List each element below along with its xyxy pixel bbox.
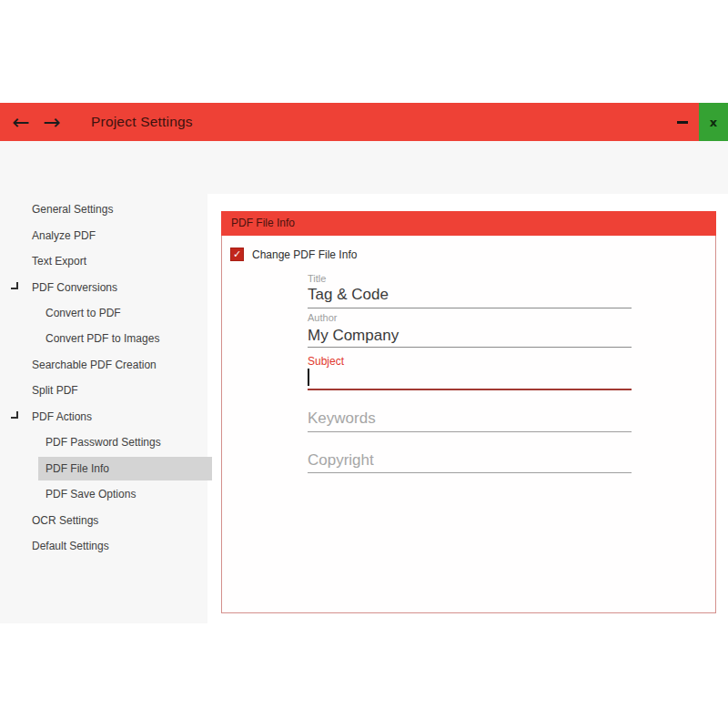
sidebar-item-label: PDF Save Options — [46, 488, 136, 500]
tree-expander-icon[interactable] — [11, 282, 18, 289]
file-info-fields: TitleTag & CodeAuthorMy CompanySubjectKe… — [308, 212, 632, 612]
author-field-label: Author — [308, 312, 337, 323]
sidebar-item-label: OCR Settings — [32, 514, 98, 527]
sidebar-item-label: PDF Actions — [32, 410, 92, 423]
sidebar-item-label: PDF Password Settings — [46, 436, 161, 449]
sidebar-item-pdf-password-settings[interactable]: PDF Password Settings — [0, 430, 212, 455]
sidebar-item-searchable-pdf-creation[interactable]: Searchable PDF Creation — [0, 352, 212, 378]
subject-input[interactable] — [308, 389, 632, 390]
pdf-file-info-panel: PDF File Info ✓ Change PDF File Info Tit… — [221, 211, 716, 613]
close-button[interactable]: x — [699, 103, 728, 141]
forward-arrow-icon[interactable]: → — [36, 103, 67, 141]
sidebar-item-pdf-conversions[interactable]: PDF Conversions — [0, 274, 212, 299]
title-bar: ← → Project Settings x — [0, 103, 728, 141]
sidebar-item-default-settings[interactable]: Default Settings — [0, 533, 212, 559]
sidebar-item-label: PDF File Info — [46, 462, 109, 475]
sidebar-item-label: Analyze PDF — [32, 229, 96, 242]
copyright-input[interactable]: Copyright — [308, 451, 374, 470]
check-icon: ✓ — [233, 248, 241, 260]
author-input[interactable]: My Company — [308, 327, 399, 345]
sidebar-item-label: Text Export — [32, 255, 86, 268]
sidebar-item-label: Convert to PDF — [46, 307, 121, 319]
sidebar-item-label: Split PDF — [32, 384, 78, 397]
subject-field-label: Subject — [308, 355, 344, 368]
title-field-label: Title — [308, 273, 326, 284]
minimize-button[interactable] — [672, 103, 693, 141]
sidebar-item-convert-to-pdf[interactable]: Convert to PDF — [0, 300, 212, 326]
sidebar-item-general-settings[interactable]: General Settings — [0, 197, 212, 222]
settings-sidebar: General SettingsAnalyze PDFText ExportPD… — [0, 197, 212, 559]
back-arrow-icon[interactable]: ← — [5, 103, 36, 141]
sidebar-item-label: Searchable PDF Creation — [32, 359, 157, 371]
copyright-field-underline — [308, 472, 632, 473]
title-input[interactable]: Tag & Code — [308, 286, 389, 304]
sidebar-item-pdf-file-info[interactable]: PDF File Info — [0, 456, 212, 481]
window-body: General SettingsAnalyze PDFText ExportPD… — [0, 141, 728, 623]
change-pdf-file-info-checkbox[interactable]: ✓ — [230, 248, 244, 261]
sidebar-item-pdf-actions[interactable]: PDF Actions — [0, 404, 212, 430]
sidebar-item-text-export[interactable]: Text Export — [0, 248, 212, 274]
text-caret — [308, 369, 309, 386]
window-title: Project Settings — [91, 114, 193, 130]
minimize-icon — [677, 121, 688, 124]
sidebar-item-convert-pdf-to-images[interactable]: Convert PDF to Images — [0, 326, 212, 351]
title-field-underline — [308, 308, 632, 308]
sidebar-item-label: Default Settings — [32, 540, 109, 552]
tree-expander-icon[interactable] — [11, 411, 18, 419]
author-field-underline — [308, 347, 632, 348]
keywords-input[interactable]: Keywords — [308, 410, 376, 428]
sidebar-item-pdf-save-options[interactable]: PDF Save Options — [0, 481, 212, 507]
sidebar-item-split-pdf[interactable]: Split PDF — [0, 378, 212, 403]
keywords-field-underline — [308, 431, 632, 432]
sidebar-item-label: Convert PDF to Images — [46, 332, 159, 345]
sidebar-item-label: General Settings — [32, 203, 113, 216]
sidebar-item-ocr-settings[interactable]: OCR Settings — [0, 507, 212, 532]
sidebar-item-analyze-pdf[interactable]: Analyze PDF — [0, 222, 212, 248]
sidebar-item-label: PDF Conversions — [32, 281, 117, 294]
